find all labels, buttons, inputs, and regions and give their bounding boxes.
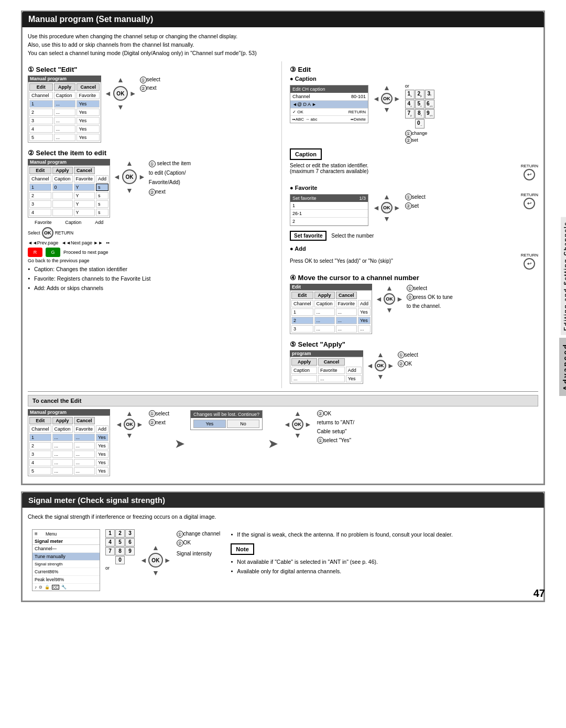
ok-button[interactable]: OK <box>122 169 137 184</box>
add-desc: Press OK to select "Yes (add)" or "No (s… <box>290 258 393 264</box>
cancel-section: To cancel the Edit Manual program EditAp… <box>28 391 538 478</box>
step1-mini-table: Edit Apply Cancel Channel Captio <box>28 82 101 143</box>
return-circle: ↩ <box>524 198 535 209</box>
table-row: 2......Yes <box>291 317 371 324</box>
ok-button[interactable]: OK <box>124 419 135 430</box>
table-row: 4Ys <box>29 209 108 216</box>
dialog-yes[interactable]: Yes <box>193 420 226 428</box>
signal-note-1: If the signal is weak, check the antenna… <box>231 531 534 539</box>
set-favorite-box: Set favorite <box>290 231 326 241</box>
key-0[interactable]: 0₋ <box>415 119 424 129</box>
step1-controls: ▲ ◄ OK ► ▼ <box>104 76 137 111</box>
bullet-add: Add: Adds or skips channels <box>28 284 276 292</box>
key-9[interactable]: 9 <box>125 547 135 555</box>
ok-row: ◄ OK ► <box>115 419 144 430</box>
key-7[interactable]: 7ₚ <box>405 109 415 119</box>
intro-text: Use this procedure when changing the cha… <box>28 33 538 57</box>
key-5[interactable]: 5 <box>115 538 125 547</box>
key-3[interactable]: 3 <box>125 529 135 538</box>
connect-arrow-icon: ➤ <box>175 436 185 451</box>
ok-button[interactable]: OK <box>113 86 128 101</box>
lock-icon: 🔒 <box>45 585 50 590</box>
ok-button[interactable]: OK <box>381 202 393 213</box>
signal-content: ≡ Menu Signal meter Channel — Tune manua… <box>28 525 538 595</box>
green-button[interactable]: G <box>46 248 60 257</box>
step5-controls: ▲ ◄ OK ► ▼ <box>366 350 395 381</box>
ok-button[interactable]: OK <box>381 93 393 104</box>
ok-row: ◄ OK ► <box>140 553 171 568</box>
caption-controls: ▲ ◄ OK ► ▼ <box>373 83 401 114</box>
step2-title: ② Select the item to edit <box>28 149 276 157</box>
return-button[interactable]: RETURN ↩ <box>521 192 538 209</box>
key-0[interactable]: 0 <box>115 556 125 564</box>
step2-actions: ① select the item to edit (Caption/ Favo… <box>149 159 191 197</box>
right-arrow-icon: ► <box>304 420 312 429</box>
menu-icon: ≡ <box>35 531 44 537</box>
step4-diagram: Edit EditApplyCancel ChannelCaptionFavor… <box>290 284 538 336</box>
return-circle: ↩ <box>524 258 535 270</box>
ok-button[interactable]: OK <box>292 419 303 430</box>
fav-actions: ①select ②set <box>405 192 426 210</box>
key-1[interactable]: 1 <box>105 529 115 538</box>
ok-row: ◄ OK ► <box>366 360 395 371</box>
return-button[interactable]: RETURN ↩ <box>521 164 538 180</box>
signal-strength-row: Signal strength <box>32 561 100 568</box>
table-row: 1......Yes <box>291 308 371 316</box>
signal-or-label: or <box>105 565 135 571</box>
return-button[interactable]: RETURN ↩ <box>521 253 538 270</box>
left-arrow-icon: ◄ <box>140 556 147 564</box>
key-3[interactable]: 3ᶜ <box>425 90 434 99</box>
dialog-title: Changes will be lost. Continue? <box>191 411 262 418</box>
signal-actions: ①change channel ②OK Signal intensity <box>177 529 221 591</box>
down-arrow-icon: ▼ <box>152 569 159 577</box>
cancel-diagram: Manual program EditApplyCancel ChannelCa… <box>28 409 538 478</box>
key-9[interactable]: 9ᵥᵥ <box>425 109 434 119</box>
key-6[interactable]: 6ᵥᵥ <box>425 100 434 109</box>
key-2[interactable]: 2ᵦ <box>415 90 424 99</box>
table-row: 3Ys <box>29 200 108 208</box>
red-button[interactable]: R <box>28 248 42 257</box>
ok-button[interactable]: OK <box>375 360 386 371</box>
ok-button-small[interactable]: OK <box>42 227 53 239</box>
signal-note-3: Available only for digital antenna chann… <box>231 568 534 575</box>
fav-screen-title: Set favorite 1/3 <box>290 195 368 202</box>
key-4[interactable]: 4ᵤ <box>405 100 415 109</box>
key-6[interactable]: 6 <box>125 538 135 547</box>
key-8[interactable]: 8ₜ <box>415 109 424 119</box>
add-title: ● Add <box>290 245 538 252</box>
step1-table: Manual program Edit Apply Cancel <box>28 76 101 145</box>
step1-col-edit: Edit <box>29 83 53 91</box>
left-arrow-icon: ◄ <box>366 361 374 370</box>
table-row: CaptionFavoriteAdd <box>291 367 362 374</box>
key-5[interactable]: 5ᵥ <box>415 100 424 109</box>
ok-button[interactable]: OK <box>384 293 395 305</box>
main-content: ① Select "Edit" Manual program Edit Appl… <box>28 61 538 388</box>
screen-buttons: ✓ OK RETURN <box>290 109 368 115</box>
table-row: Channel Caption Favorite <box>29 92 100 99</box>
down-arrow-icon: ▼ <box>126 186 133 195</box>
cancel-result: ②OK returns to "ANT/ Cable setup" ①selec… <box>317 409 354 445</box>
left-arrow-icon: ◄ <box>373 94 380 103</box>
changes-dialog: Changes will be lost. Continue? Yes No <box>190 410 263 430</box>
dialog-no[interactable]: No <box>227 420 259 428</box>
table-row: 1......Yes <box>29 434 108 441</box>
signal-meter-title: Signal meter (Check signal strength) <box>22 493 544 508</box>
key-8[interactable]: 8 <box>115 547 125 555</box>
key-7[interactable]: 7 <box>105 547 115 555</box>
signal-numpad: 1 2 3 4 5 6 7 8 9 0 <box>105 529 135 564</box>
table-row: 4...Yes <box>29 125 100 133</box>
ok-row: ◄ OK ► <box>113 169 146 184</box>
up-arrow-icon: ▲ <box>294 409 301 417</box>
step3-title: ③ Edit <box>290 66 538 73</box>
favorite-screen: Set favorite 1/3 1 26-1 2 <box>290 192 368 228</box>
key-2[interactable]: 2 <box>115 529 125 538</box>
ok-button[interactable]: OK <box>148 553 163 568</box>
music-icon: ♪ <box>35 585 37 590</box>
key-4[interactable]: 4 <box>105 538 115 547</box>
key-1[interactable]: 1ₐ <box>405 90 415 99</box>
caption-box-area: Caption Select or edit the station ident… <box>290 147 538 180</box>
step4-title: ④ Move the cursor to a channel number <box>290 274 538 282</box>
caption-screen: Edit CH caption Channel 80-101 ◄@ D A ► <box>290 83 368 125</box>
advanced-label: Advanced <box>559 338 566 396</box>
tune-row: Tune manually <box>32 553 100 561</box>
